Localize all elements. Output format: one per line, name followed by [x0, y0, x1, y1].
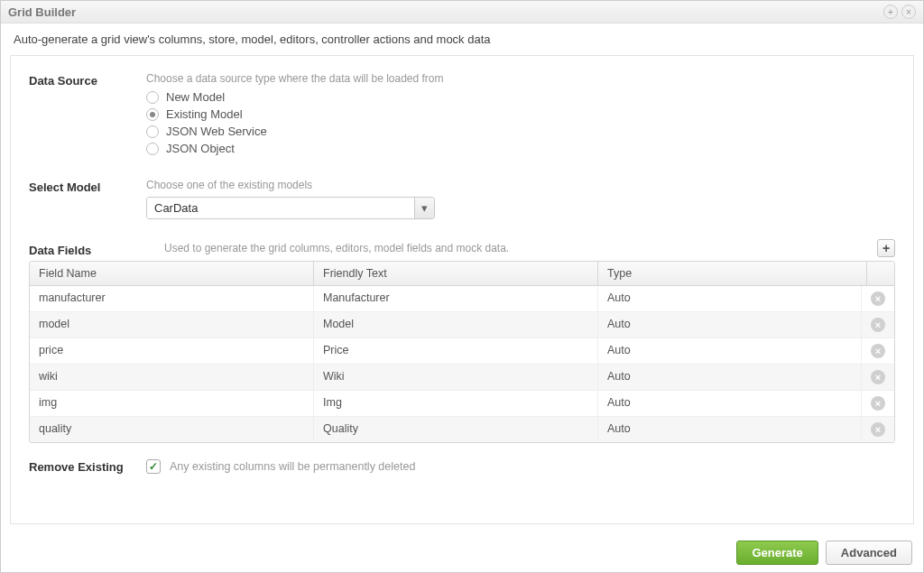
delete-row-icon[interactable]: ×: [871, 370, 885, 384]
table-row[interactable]: imgImgAuto×: [30, 391, 894, 417]
select-model-combobox[interactable]: ▾: [146, 197, 435, 219]
cell-type: Auto: [598, 391, 862, 416]
cell-action: ×: [862, 286, 894, 311]
col-header-field-name[interactable]: Field Name: [30, 262, 314, 285]
footer: Generate Advanced: [1, 533, 923, 572]
radio-label: New Model: [166, 90, 225, 104]
table-row[interactable]: manufacturerManufacturerAuto×: [30, 286, 894, 312]
col-header-action: [867, 262, 894, 285]
radio-icon: [146, 108, 159, 121]
cell-field-name: model: [30, 312, 314, 337]
cell-type: Auto: [598, 338, 862, 364]
delete-row-icon[interactable]: ×: [871, 344, 885, 358]
data-source-hint: Choose a data source type where the data…: [146, 72, 895, 85]
cell-field-name: quality: [30, 417, 314, 442]
cell-action: ×: [862, 365, 894, 390]
radio-existing-model[interactable]: Existing Model: [146, 107, 895, 121]
delete-row-icon[interactable]: ×: [871, 422, 885, 437]
cell-action: ×: [862, 417, 894, 442]
delete-row-icon[interactable]: ×: [871, 396, 885, 411]
delete-row-icon[interactable]: ×: [871, 291, 885, 306]
cell-friendly: Price: [314, 338, 598, 364]
grid-body: manufacturerManufacturerAuto×modelModelA…: [30, 286, 894, 442]
grid-header: Field Name Friendly Text Type: [30, 262, 894, 286]
cell-friendly: Img: [314, 391, 598, 416]
cell-field-name: img: [30, 391, 314, 416]
remove-existing-checkbox[interactable]: ✓: [146, 459, 161, 474]
remove-existing-section: Remove Existing ✓ Any existing columns w…: [29, 459, 895, 474]
table-row[interactable]: pricePriceAuto×: [30, 338, 894, 365]
header-plus-icon[interactable]: +: [883, 5, 898, 19]
close-icon[interactable]: ×: [901, 5, 916, 19]
cell-friendly: Model: [314, 312, 598, 337]
data-fields-grid: Field Name Friendly Text Type manufactur…: [29, 261, 895, 443]
cell-action: ×: [862, 312, 894, 337]
advanced-button[interactable]: Advanced: [826, 541, 912, 565]
select-model-hint: Choose one of the existing models: [146, 179, 895, 191]
radio-label: JSON Web Service: [166, 125, 267, 138]
radio-icon: [146, 91, 159, 104]
cell-action: ×: [862, 338, 894, 364]
table-row[interactable]: qualityQualityAuto×: [30, 417, 894, 442]
delete-row-icon[interactable]: ×: [871, 318, 885, 332]
radio-new-model[interactable]: New Model: [146, 90, 895, 104]
data-source-section: Data Source Choose a data source type wh…: [29, 72, 895, 159]
window-title: Grid Builder: [8, 5, 76, 19]
main-panel: Data Source Choose a data source type wh…: [10, 55, 914, 524]
radio-label: JSON Object: [166, 142, 235, 155]
data-fields-header-row: Data Fields Used to generate the grid co…: [29, 239, 895, 257]
cell-friendly: Quality: [314, 417, 598, 442]
cell-field-name: price: [30, 338, 314, 364]
data-source-label: Data Source: [29, 72, 146, 159]
radio-icon: [146, 125, 159, 138]
radio-icon: [146, 143, 159, 155]
radio-json-object[interactable]: JSON Object: [146, 142, 895, 155]
remove-existing-label: Remove Existing: [29, 460, 146, 474]
cell-type: Auto: [598, 286, 862, 311]
cell-friendly: Wiki: [314, 365, 598, 390]
select-model-label: Select Model: [29, 179, 146, 219]
grid-builder-window: Grid Builder + × Auto-generate a grid vi…: [0, 0, 924, 573]
data-fields-label: Data Fields: [29, 242, 146, 257]
col-header-type[interactable]: Type: [598, 262, 867, 285]
cell-type: Auto: [598, 312, 862, 337]
data-source-radiogroup: New Model Existing Model JSON Web Servic…: [146, 90, 895, 155]
data-fields-hint: Used to generate the grid columns, edito…: [164, 242, 509, 257]
select-model-section: Select Model Choose one of the existing …: [29, 179, 895, 219]
remove-existing-hint: Any existing columns will be permanently…: [170, 460, 415, 473]
col-header-friendly[interactable]: Friendly Text: [314, 262, 598, 285]
cell-field-name: manufacturer: [30, 286, 314, 311]
add-field-button[interactable]: +: [877, 239, 895, 257]
window-tools: + ×: [883, 5, 916, 19]
cell-type: Auto: [598, 417, 862, 442]
table-row[interactable]: wikiWikiAuto×: [30, 365, 894, 391]
generate-button[interactable]: Generate: [736, 541, 818, 565]
radio-json-web-service[interactable]: JSON Web Service: [146, 125, 895, 138]
chevron-down-icon[interactable]: ▾: [414, 198, 434, 218]
window-subtitle: Auto-generate a grid view's columns, sto…: [1, 23, 923, 55]
cell-friendly: Manufacturer: [314, 286, 598, 311]
window-header: Grid Builder + ×: [1, 1, 923, 23]
cell-action: ×: [862, 391, 894, 416]
select-model-input[interactable]: [147, 198, 414, 218]
cell-type: Auto: [598, 365, 862, 390]
cell-field-name: wiki: [30, 365, 314, 390]
table-row[interactable]: modelModelAuto×: [30, 312, 894, 338]
radio-label: Existing Model: [166, 107, 243, 121]
